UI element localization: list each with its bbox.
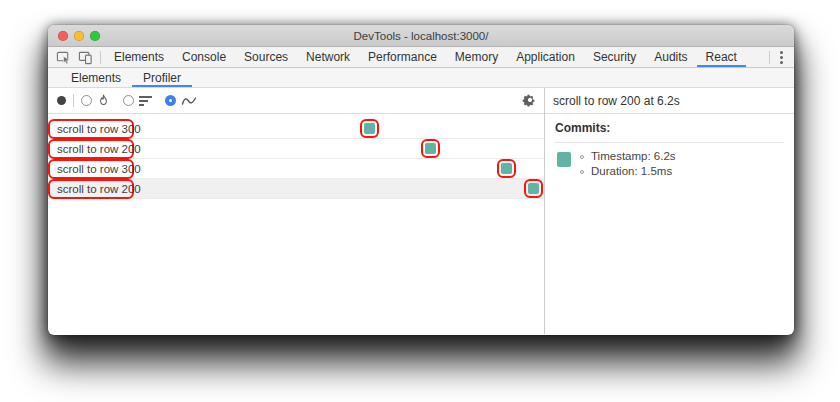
commit-color-swatch[interactable] [557,152,571,167]
commit-properties: Timestamp: 6.2s Duration: 1.5ms [580,149,676,179]
commit-marker-annotation [421,139,440,158]
toolbar-separator [73,94,74,107]
commits-section: Commits: Timestamp: 6.2s Duration: 1.5ms [545,114,794,186]
profiler-content: scroll to row 300 scroll to row 200 [48,88,794,334]
interaction-label-annotation: scroll to row 300 [48,159,134,179]
react-tab-profiler[interactable]: Profiler [132,68,192,87]
toolbar-separator [100,51,101,64]
commit-duration: Duration: 1.5ms [591,164,672,179]
interaction-row[interactable]: scroll to row 200 [48,139,544,159]
profiler-toolbar [48,88,544,114]
bullet-icon [580,170,584,174]
view-flamegraph[interactable] [81,94,110,107]
commit-entry[interactable]: Timestamp: 6.2s Duration: 1.5ms [555,149,784,179]
tab-security[interactable]: Security [584,47,645,67]
commits-heading: Commits: [555,121,784,135]
tab-react[interactable]: React [697,47,746,67]
commit-property: Duration: 1.5ms [580,164,676,179]
divider [555,142,784,143]
bullet-icon [580,155,584,159]
interactions-radio[interactable] [165,95,176,106]
window-title: DevTools - localhost:3000/ [354,30,489,42]
tab-audits[interactable]: Audits [645,47,696,67]
interactions-panel: scroll to row 300 scroll to row 200 [48,88,545,334]
record-button[interactable] [57,96,66,105]
view-interactions[interactable] [165,95,197,107]
devtools-tool-icons [48,47,105,67]
close-button[interactable] [58,31,68,41]
interaction-label[interactable]: scroll to row 300 [57,163,141,175]
ranked-chart-icon [139,96,152,106]
tab-sources[interactable]: Sources [235,47,297,67]
device-toolbar-icon[interactable] [78,50,93,65]
minimize-button[interactable] [74,31,84,41]
zoom-button[interactable] [90,31,100,41]
interaction-row-selected[interactable]: scroll to row 200 [48,179,544,199]
interaction-label-annotation: scroll to row 200 [48,139,134,159]
commit-marker[interactable] [364,123,375,134]
interaction-row[interactable]: scroll to row 300 [48,119,544,139]
commit-marker-annotation [360,119,379,138]
flamegraph-icon [97,94,110,107]
tab-console[interactable]: Console [173,47,235,67]
view-ranked[interactable] [123,95,152,106]
interaction-row[interactable]: scroll to row 300 [48,159,544,179]
interactions-chart-icon [181,95,197,107]
commit-marker[interactable] [501,163,512,174]
tab-network[interactable]: Network [297,47,359,67]
react-devtools-tabbar: Elements Profiler [48,68,794,88]
kebab-menu-icon[interactable] [776,49,787,66]
commit-property: Timestamp: 6.2s [580,149,676,164]
commit-marker[interactable] [425,143,436,154]
tab-elements[interactable]: Elements [105,47,173,67]
inspect-element-icon[interactable] [56,50,71,65]
react-tab-elements[interactable]: Elements [60,68,132,87]
tab-memory[interactable]: Memory [446,47,507,67]
traffic-lights [58,31,100,41]
interaction-label[interactable]: scroll to row 200 [57,143,141,155]
gear-icon[interactable] [522,94,535,107]
toolbar-separator [769,51,770,64]
title-bar: DevTools - localhost:3000/ [48,25,794,47]
interaction-label-annotation: scroll to row 300 [48,119,134,139]
interactions-timeline: scroll to row 300 scroll to row 200 [48,114,544,199]
tab-application[interactable]: Application [507,47,584,67]
ranked-radio[interactable] [123,95,134,106]
devtools-tabbar: Elements Console Sources Network Perform… [48,47,794,68]
tab-performance[interactable]: Performance [359,47,446,67]
details-panel: scroll to row 200 at 6.2s Commits: Times… [545,88,794,334]
interaction-label[interactable]: scroll to row 200 [57,183,141,195]
commit-timestamp: Timestamp: 6.2s [591,149,676,164]
tabbar-right [769,47,794,67]
flamegraph-radio[interactable] [81,95,92,106]
devtools-window: DevTools - localhost:3000/ Elements Cons… [48,25,794,335]
interaction-label[interactable]: scroll to row 300 [57,123,141,135]
selected-interaction-header: scroll to row 200 at 6.2s [545,88,794,114]
interaction-label-annotation: scroll to row 200 [48,179,134,199]
commit-marker-annotation [497,159,516,178]
commit-marker[interactable] [528,183,539,194]
commit-marker-annotation [524,179,543,198]
